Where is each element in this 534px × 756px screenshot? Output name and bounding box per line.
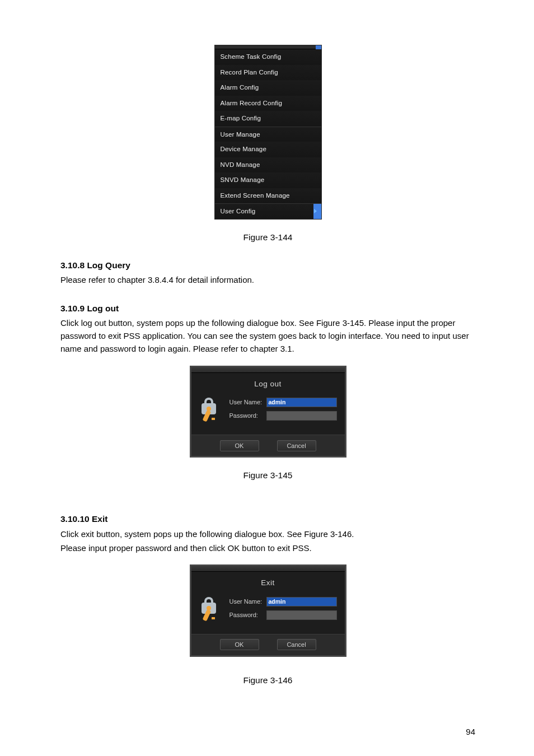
menu-item-user-manage[interactable]: User Manage (215, 127, 321, 142)
menu-item-record-plan-config[interactable]: Record Plan Config (215, 65, 321, 81)
menu-item-scheme-task-config[interactable]: Scheme Task Config (215, 49, 321, 65)
menu-item-nvd-manage[interactable]: NVD Manage (215, 157, 321, 173)
username-field[interactable]: admin (266, 398, 337, 407)
settings-menu: Scheme Task Config Record Plan Config Al… (214, 45, 322, 220)
heading-log-query: 3.10.8 Log Query (60, 259, 475, 272)
password-field[interactable] (266, 610, 337, 620)
lock-key-icon (199, 597, 224, 622)
cancel-button[interactable]: Cancel (277, 639, 316, 650)
menu-item-snvd-manage[interactable]: SNVD Manage (215, 172, 321, 188)
username-field[interactable]: admin (266, 597, 337, 606)
menu-item-device-manage[interactable]: Device Manage (215, 142, 321, 157)
password-label: Password: (229, 610, 266, 620)
ok-button[interactable]: OK (220, 639, 259, 650)
password-field[interactable] (266, 411, 337, 421)
paragraph: Click log out button, system pops up the… (60, 316, 475, 356)
username-label: User Name: (229, 398, 266, 407)
cancel-button[interactable]: Cancel (277, 440, 316, 451)
heading-exit: 3.10.10 Exit (60, 512, 475, 526)
page-number: 94 (466, 725, 475, 738)
dialog-title: Log out (191, 373, 345, 396)
menu-item-alarm-record-config[interactable]: Alarm Record Config (215, 96, 321, 111)
paragraph: Please refer to chapter 3.8.4.4 for deta… (60, 273, 475, 286)
ok-button[interactable]: OK (220, 440, 259, 451)
menu-item-alarm-config[interactable]: Alarm Config (215, 80, 321, 96)
figure-caption-3-144: Figure 3-144 (60, 231, 475, 244)
logout-dialog: Log out User Name: admin Password: OK Ca… (190, 366, 346, 458)
username-label: User Name: (229, 597, 266, 606)
dialog-titlebar[interactable] (191, 367, 345, 373)
menu-titlebar (215, 45, 321, 49)
menu-item-extend-screen-manage[interactable]: Extend Screen Manage (215, 188, 321, 204)
menu-item-user-config[interactable]: User Config (215, 203, 321, 219)
lock-key-icon (199, 398, 224, 422)
heading-log-out: 3.10.9 Log out (60, 302, 475, 315)
menu-item-label: User Config (221, 208, 256, 214)
menu-item-emap-config[interactable]: E-map Config (215, 111, 321, 127)
password-label: Password: (229, 411, 266, 421)
dialog-title: Exit (191, 572, 345, 595)
exit-dialog: Exit User Name: admin Password: OK Cance… (190, 564, 346, 657)
dialog-titlebar[interactable] (191, 566, 345, 572)
paragraph: Please input proper password and then cl… (60, 542, 475, 554)
figure-caption-3-145: Figure 3-145 (60, 469, 475, 482)
paragraph: Click exit button, system pops up the fo… (60, 528, 475, 540)
figure-caption-3-146: Figure 3-146 (60, 674, 475, 687)
